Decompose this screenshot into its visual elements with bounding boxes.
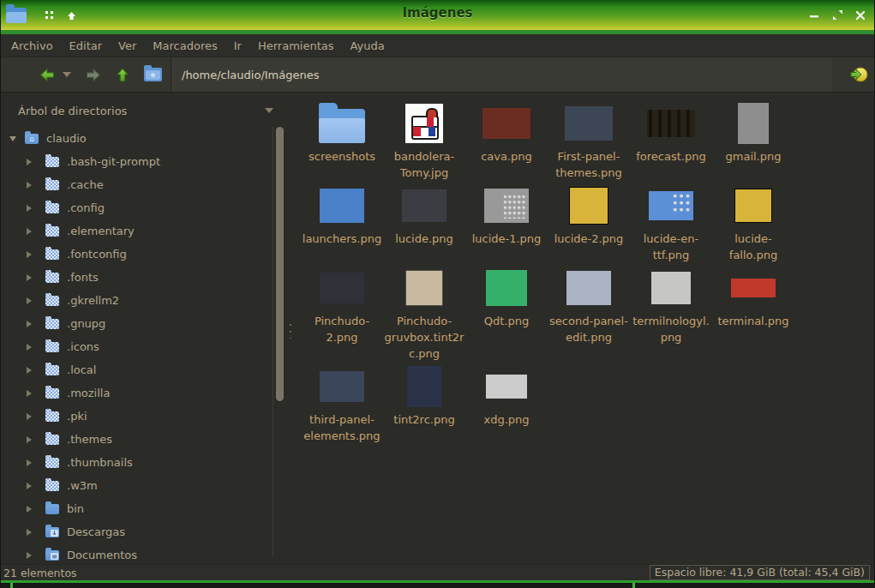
menu-editar[interactable]: Editar [69,39,103,52]
tree-item-w3m[interactable]: .w3m [1,474,272,497]
tree-item-themes[interactable]: .themes [1,428,272,451]
tree-item-fonts[interactable]: .fonts [1,266,272,289]
sidebar-mode-select[interactable]: Árbol de directorios [1,93,289,125]
file-name-label: terminal.png [717,313,788,329]
free-space: Espacio libre: 41,9 GiB (total: 45,4 GiB… [650,565,870,580]
file-item-gmail-png[interactable]: gmail.png [712,99,794,165]
tree-item-label: claudio [46,132,87,145]
expander-closed-icon[interactable] [27,274,35,281]
file-item-lucide-2-png[interactable]: lucide-2.png [548,181,630,247]
expander-closed-icon[interactable] [27,182,35,189]
thumbnail-second-panel-edit-png [566,271,611,305]
file-item-screenshots[interactable]: screenshots [301,99,383,165]
thumbnail-lucide-fallo-png [734,189,772,223]
file-item-third-panel-elements-png[interactable]: third-panel-elements.png [301,362,383,444]
expander-closed-icon[interactable] [27,205,35,212]
sidebar-scrollbar-track[interactable] [273,127,273,557]
file-item-second-panel-edit-png[interactable]: second-panel-edit.png [548,263,630,345]
tree-item-gkrellm2[interactable]: .gkrellm2 [1,289,272,312]
tree-item-label: Documentos [67,549,137,561]
file-item-pinchudo-2-png[interactable]: Pinchudo-2.png [301,263,383,345]
go-button[interactable] [848,66,869,83]
menu-ayuda[interactable]: Ayuda [351,39,385,52]
file-name-label: bandolera-Tomy.jpg [385,148,464,181]
content-area: Árbol de directorios ⌂claudio.bash-git-p… [1,93,874,564]
menu-ir[interactable]: Ir [234,39,242,52]
menu-ver[interactable]: Ver [118,39,136,52]
back-button[interactable] [39,68,56,82]
expander-closed-icon[interactable] [27,251,35,258]
file-item-bandolera-tomy-jpg[interactable]: bandolera-Tomy.jpg [383,99,465,181]
tree-item-icons[interactable]: .icons [1,335,272,358]
folder-icon [319,99,365,148]
tree-item-mozilla[interactable]: .mozilla [1,381,272,405]
path-bar[interactable]: /home/claudio/Imágenes [171,57,832,92]
file-item-xdg-png[interactable]: xdg.png [465,362,548,428]
tree-item-label: Descargas [67,525,125,538]
tree-item-thumbnails[interactable]: .thumbnails [1,451,272,474]
expander-open-icon[interactable] [9,136,16,145]
expander-closed-icon[interactable] [27,413,35,420]
thumbnail-cava-png [482,108,530,139]
file-item-forecast-png[interactable]: forecast.png [630,99,712,165]
file-item-terminal-png[interactable]: terminal.png [712,263,794,329]
menu-archivo[interactable]: Archivo [11,39,53,52]
tree-item-bash-git-prompt[interactable]: .bash-git-prompt [1,150,272,173]
menu-marcadores[interactable]: Marcadores [153,39,217,52]
expander-closed-icon[interactable] [27,483,35,489]
file-item-lucide-en-ttf-png[interactable]: lucide-en-ttf.png [630,181,712,263]
file-item-termilnologyl-png[interactable]: termilnologyl.png [630,263,712,345]
file-item-pinchudo-gruvbox-tint2rc-png[interactable]: Pinchudo-gruvbox.tint2rc.png [383,263,465,362]
expander-closed-icon[interactable] [27,159,35,165]
expander-closed-icon[interactable] [27,390,35,397]
file-name-label: forecast.png [636,148,705,165]
file-name-label: cava.png [481,148,532,165]
maximize-button[interactable] [830,9,844,22]
history-dropdown-icon[interactable] [63,72,71,77]
tree-item-elementary[interactable]: .elementary [1,219,272,243]
file-item-lucide-png[interactable]: lucide.png [383,181,465,247]
expander-closed-icon[interactable] [27,367,35,374]
tree-item-bin[interactable]: bin [1,497,272,520]
expander-closed-icon[interactable] [27,297,35,304]
expander-closed-icon[interactable] [27,436,35,443]
tree-item-descargas[interactable]: ↓Descargas [1,520,272,543]
items-count: 21 elementos [3,567,77,579]
sidebar-scrollbar-thumb[interactable] [276,127,284,401]
tree-item-pki[interactable]: .pki [1,405,272,428]
expander-closed-icon[interactable] [27,228,35,235]
tree-item-fontconfig[interactable]: .fontconfig [1,243,272,266]
tree-item-label: .cache [67,178,104,191]
expander-closed-icon[interactable] [27,344,35,351]
thumbnail-terminal-png [731,279,776,297]
file-item-cava-png[interactable]: cava.png [465,99,548,165]
file-item-first-panel-themes-png[interactable]: First-panel-themes.png [548,99,630,181]
expander-closed-icon[interactable] [27,529,35,536]
tree-item-config[interactable]: .config [1,196,272,219]
expander-closed-icon[interactable] [27,552,35,559]
file-item-qdt-png[interactable]: Qdt.png [465,263,548,329]
file-item-lucide-1-png[interactable]: lucide-1.png [465,181,548,247]
file-item-launchers-png[interactable]: launchers.png [301,181,383,247]
tree-item-local[interactable]: .local [1,358,272,381]
forward-button[interactable] [85,68,102,82]
tree-item-claudio[interactable]: ⌂claudio [1,127,272,150]
expander-closed-icon[interactable] [27,321,35,327]
titlebar[interactable]: Imágenes [1,0,874,34]
tree-item-gnupg[interactable]: .gnupg [1,312,272,335]
file-thumbnail [320,362,364,411]
file-item-tint2rc-png[interactable]: tint2rc.png [383,362,465,428]
tree-item-documentos[interactable]: ▤Documentos [1,543,272,564]
tree-item-cache[interactable]: .cache [1,173,272,196]
panel-tick-icon [632,583,635,588]
tree-item-label: .pki [67,410,87,423]
file-item-lucide-fallo-png[interactable]: lucide-fallo.png [712,181,794,263]
folder-home-icon: ⌂ [25,134,39,144]
expander-closed-icon[interactable] [27,506,35,513]
up-button[interactable] [115,67,130,83]
expander-closed-icon[interactable] [27,459,35,466]
close-button[interactable] [854,9,867,22]
minimize-button[interactable] [807,9,821,22]
open-folder-button[interactable] [144,68,162,81]
menu-herramientas[interactable]: Herramientas [258,39,334,52]
